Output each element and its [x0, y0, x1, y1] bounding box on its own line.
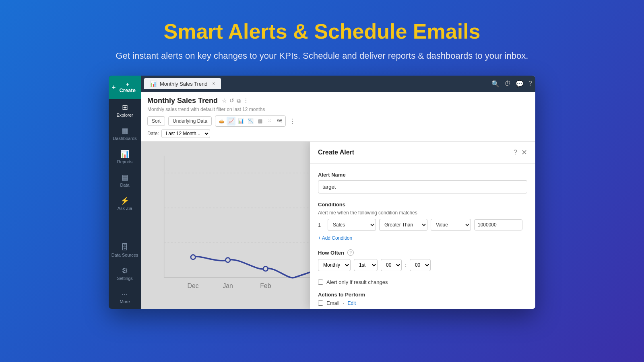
schedule-icon[interactable]: ⏱: [504, 80, 511, 87]
alert-if-changes-row: Alert only if result changes: [318, 279, 527, 285]
sidebar-item-ask-zia[interactable]: ⚡ Ask Zia: [109, 192, 141, 216]
condition-number: 1: [318, 222, 324, 228]
app-window: + + Create ⊞ Explorer ▦ Dashboards 📊 Rep…: [109, 76, 535, 309]
date-select[interactable]: Last 12 Month...: [161, 129, 210, 138]
sidebar-item-explorer[interactable]: ⊞ Explorer: [109, 99, 141, 122]
settings-icon: ⚙: [122, 267, 128, 274]
modal-help-icon[interactable]: ?: [514, 149, 517, 156]
alert-if-changes-checkbox[interactable]: [318, 280, 323, 285]
sidebar: + + Create ⊞ Explorer ▦ Dashboards 📊 Rep…: [109, 76, 141, 309]
sidebar-item-reports[interactable]: 📊 Reports: [109, 146, 141, 169]
alert-name-input[interactable]: [318, 180, 527, 193]
report-title-row: Monthly Sales Trend ☆ ↺ ⧉ ⋮: [147, 97, 529, 105]
frequency-select[interactable]: Monthly Daily Weekly: [318, 259, 351, 271]
underlying-data-button[interactable]: Underlying Data: [168, 116, 212, 126]
create-button[interactable]: + + Create: [109, 76, 141, 99]
toolbar-more-options[interactable]: ⋮: [289, 117, 295, 125]
sidebar-label-more: More: [120, 299, 130, 304]
comment-icon[interactable]: 💬: [516, 80, 524, 88]
data-icon: ▤: [122, 174, 128, 181]
copy-icon[interactable]: ⧉: [237, 97, 241, 104]
modal-close-button[interactable]: ✕: [521, 148, 527, 157]
chart-type-selector: 🥧 📈 📊 📉 ▥ ⁙ 🗺: [215, 115, 286, 127]
conditions-section: Conditions Alert me when the following c…: [318, 202, 527, 241]
tab-bar-actions: 🔍 ⏱ 💬 ?: [491, 80, 532, 88]
email-label: Email: [326, 300, 340, 306]
condition-type-select[interactable]: Value Percentage: [431, 219, 471, 231]
scatter-icon[interactable]: ⁙: [265, 117, 274, 125]
add-condition-button[interactable]: + Add Condition: [318, 235, 352, 241]
minute-select[interactable]: 00 15 30 45: [410, 259, 431, 271]
column-chart-icon[interactable]: 📉: [246, 117, 255, 125]
condition-value-input[interactable]: [474, 219, 522, 230]
date-filter: Date: Last 12 Month...: [147, 129, 529, 138]
map-icon[interactable]: 🗺: [275, 117, 284, 125]
bar-chart-icon[interactable]: 📊: [236, 117, 245, 125]
sidebar-label-ask-zia: Ask Zia: [118, 206, 132, 211]
help-nav-icon[interactable]: ?: [528, 80, 532, 87]
sidebar-item-more[interactable]: ··· More: [109, 286, 141, 309]
active-tab[interactable]: 📊 Monthly Sales Trend ×: [144, 78, 221, 89]
create-label: + Create: [117, 81, 138, 93]
report-header: Monthly Sales Trend ☆ ↺ ⧉ ⋮ Monthly sale…: [141, 92, 535, 142]
email-edit-button[interactable]: Edit: [348, 300, 356, 306]
modal-header: Create Alert ? ✕: [310, 142, 535, 164]
modal-header-actions: ? ✕: [514, 148, 527, 157]
time-colon: :: [405, 262, 407, 268]
sidebar-label-explorer: Explorer: [117, 113, 133, 117]
alert-name-label: Alert Name: [318, 172, 527, 178]
tab-close-button[interactable]: ×: [213, 81, 215, 86]
sidebar-item-data[interactable]: ▤ Data: [109, 169, 141, 192]
line-chart-icon[interactable]: 📈: [227, 117, 235, 125]
dashboards-icon: ▦: [122, 127, 128, 134]
report-title: Monthly Sales Trend: [147, 97, 218, 105]
sidebar-label-dashboards: Dashboards: [113, 136, 136, 141]
sort-button[interactable]: Sort: [147, 116, 165, 126]
search-icon[interactable]: 🔍: [491, 80, 500, 88]
conditions-label: Conditions: [318, 202, 527, 208]
condition-measure-select[interactable]: Sales: [328, 219, 376, 231]
star-icon[interactable]: ☆: [222, 97, 227, 104]
modal-overlay: Create Alert ? ✕ Alert Name: [141, 142, 535, 309]
hero-title: Smart Alerts & Schedule Emails: [116, 19, 528, 43]
sidebar-item-settings[interactable]: ⚙ Settings: [109, 262, 141, 286]
area-chart-icon[interactable]: ▥: [256, 117, 264, 125]
report-toolbar: Sort Underlying Data 🥧 📈 📊 📉 ▥ ⁙ 🗺 ⋮: [147, 115, 529, 127]
sidebar-label-data-sources: Data Sources: [111, 253, 138, 257]
explorer-icon: ⊞: [122, 104, 128, 111]
create-alert-modal: Create Alert ? ✕ Alert Name: [310, 142, 535, 309]
refresh-icon[interactable]: ↺: [229, 97, 234, 104]
sidebar-label-settings: Settings: [117, 276, 133, 281]
email-separator: -: [343, 300, 345, 306]
ask-zia-icon: ⚡: [120, 197, 129, 204]
more-icon: ···: [122, 290, 128, 298]
alert-if-changes-label: Alert only if result changes: [326, 279, 388, 285]
email-checkbox[interactable]: [318, 300, 323, 306]
report-subtitle: Monthly sales trend with default filter …: [147, 107, 529, 112]
action-email-row: Email - Edit: [318, 300, 527, 306]
hero-section: Smart Alerts & Schedule Emails Get insta…: [116, 0, 528, 76]
sidebar-item-data-sources[interactable]: 🗄 Data Sources: [109, 239, 141, 262]
condition-operator-select[interactable]: Greater Than Less Than Equal To: [379, 219, 427, 231]
alert-name-section: Alert Name: [318, 172, 527, 193]
condition-row-1: 1 Sales Greater Than Less Than Equal To: [318, 219, 527, 231]
hour-select[interactable]: 00 01 12: [381, 259, 402, 271]
how-often-help-icon[interactable]: ?: [347, 249, 354, 256]
tab-chart-icon: 📊: [150, 80, 157, 87]
how-often-section: How Often ? Monthly Daily Weekly: [318, 249, 527, 271]
sidebar-label-data: Data: [120, 183, 129, 187]
chart-area: Dec Jan Feb Mar Apr May Jun Create Alert…: [141, 142, 535, 309]
actions-label: Actions to Perform: [318, 292, 527, 298]
conditions-sublabel: Alert me when the following condition ma…: [318, 210, 527, 216]
more-options-icon[interactable]: ⋮: [243, 97, 249, 104]
actions-section: Actions to Perform Email - Edit In - App…: [318, 292, 527, 309]
how-often-label: How Often: [318, 250, 344, 256]
plus-icon: +: [112, 84, 116, 91]
report-title-icons: ☆ ↺ ⧉ ⋮: [222, 97, 249, 104]
tab-title: Monthly Sales Trend: [160, 81, 208, 87]
pie-chart-icon[interactable]: 🥧: [217, 117, 226, 125]
data-sources-icon: 🗄: [121, 244, 128, 251]
sidebar-item-dashboards[interactable]: ▦ Dashboards: [109, 122, 141, 146]
reports-icon: 📊: [120, 150, 129, 158]
day-select[interactable]: 1st 2nd 3rd: [354, 259, 378, 271]
